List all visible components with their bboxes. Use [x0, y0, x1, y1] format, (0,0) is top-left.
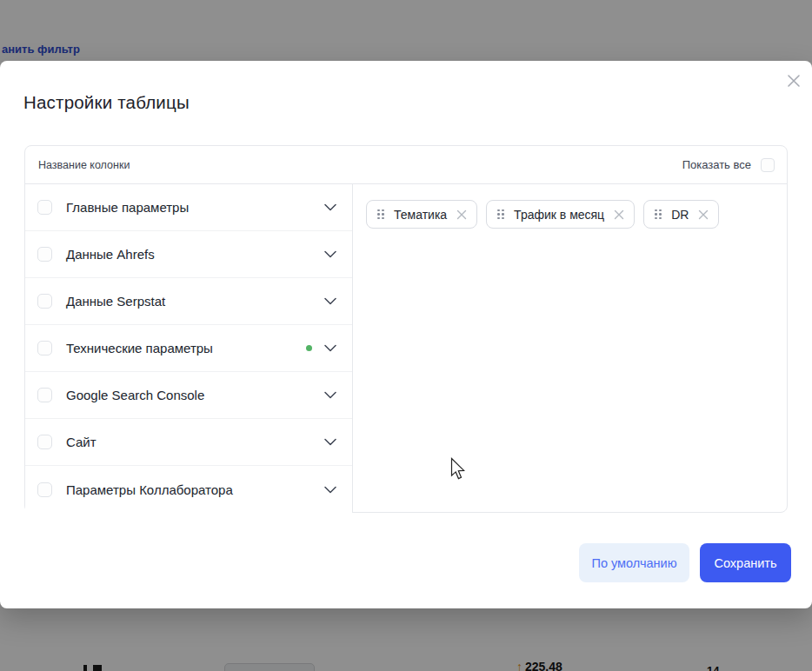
category-checkbox[interactable]	[37, 435, 52, 449]
category-checkbox[interactable]	[37, 482, 52, 497]
category-checkbox[interactable]	[37, 294, 52, 309]
chip-label: Тематика	[394, 208, 447, 222]
active-indicator-dot	[306, 345, 312, 351]
remove-chip-icon[interactable]	[456, 209, 467, 220]
category-row[interactable]: Сайт	[25, 419, 352, 466]
category-checkbox[interactable]	[37, 341, 52, 355]
drag-handle-icon[interactable]	[377, 209, 384, 220]
show-all-toggle[interactable]: Показать все	[682, 158, 775, 172]
category-list: Главные параметры Данные Ahrefs Данные S…	[25, 184, 353, 512]
chevron-down-icon[interactable]	[324, 344, 336, 352]
remove-chip-icon[interactable]	[698, 209, 709, 220]
column-chip[interactable]: Трафик в месяц	[486, 200, 635, 229]
category-checkbox[interactable]	[37, 200, 52, 215]
column-chip[interactable]: DR	[643, 200, 719, 229]
chevron-down-icon[interactable]	[324, 297, 336, 305]
category-label: Данные Ahrefs	[66, 247, 324, 262]
category-row[interactable]: Главные параметры	[25, 184, 352, 231]
close-icon[interactable]	[785, 72, 802, 90]
category-label: Сайт	[66, 435, 324, 449]
category-row[interactable]: Технические параметры	[25, 325, 352, 372]
chip-label: DR	[671, 208, 689, 222]
column-chip[interactable]: Тематика	[366, 200, 477, 229]
page: анить фильтр ↑ 225.48 14 Настройки табли…	[0, 0, 812, 671]
panel-header: Название колонки Показать все	[25, 146, 787, 184]
category-label: Данные Serpstat	[66, 294, 324, 309]
save-button[interactable]: Сохранить	[700, 543, 791, 582]
remove-chip-icon[interactable]	[614, 209, 624, 220]
category-checkbox[interactable]	[37, 388, 52, 402]
category-label: Параметры Коллаборатора	[66, 482, 324, 497]
category-label: Google Search Console	[66, 388, 324, 402]
column-name-header: Название колонки	[38, 159, 130, 171]
table-settings-modal: Настройки таблицы Название колонки Показ…	[0, 61, 812, 608]
show-all-label: Показать все	[682, 158, 751, 171]
drag-handle-icon[interactable]	[497, 209, 504, 220]
category-row[interactable]: Параметры Коллаборатора	[25, 466, 352, 513]
category-checkbox[interactable]	[37, 247, 52, 262]
chevron-down-icon[interactable]	[324, 486, 336, 494]
default-button[interactable]: По умолчанию	[579, 543, 689, 582]
panel-body: Главные параметры Данные Ahrefs Данные S…	[25, 184, 787, 512]
columns-panel: Название колонки Показать все Главные па…	[24, 145, 788, 513]
modal-title: Настройки таблицы	[23, 92, 190, 113]
category-row[interactable]: Данные Serpstat	[25, 278, 352, 325]
close-x-glyph	[785, 72, 802, 90]
category-label: Главные параметры	[66, 200, 324, 215]
chevron-down-icon[interactable]	[324, 203, 336, 211]
chevron-down-icon[interactable]	[324, 438, 336, 446]
category-row[interactable]: Google Search Console	[25, 372, 352, 419]
chevron-down-icon[interactable]	[324, 391, 336, 399]
category-label: Технические параметры	[66, 341, 306, 355]
category-row[interactable]: Данные Ahrefs	[25, 231, 352, 278]
chip-label: Трафик в месяц	[514, 208, 604, 222]
chevron-down-icon[interactable]	[324, 250, 336, 258]
selected-columns-area: Тематика Трафик в месяц DR	[353, 184, 787, 512]
show-all-checkbox[interactable]	[761, 158, 775, 172]
drag-handle-icon[interactable]	[655, 209, 662, 220]
